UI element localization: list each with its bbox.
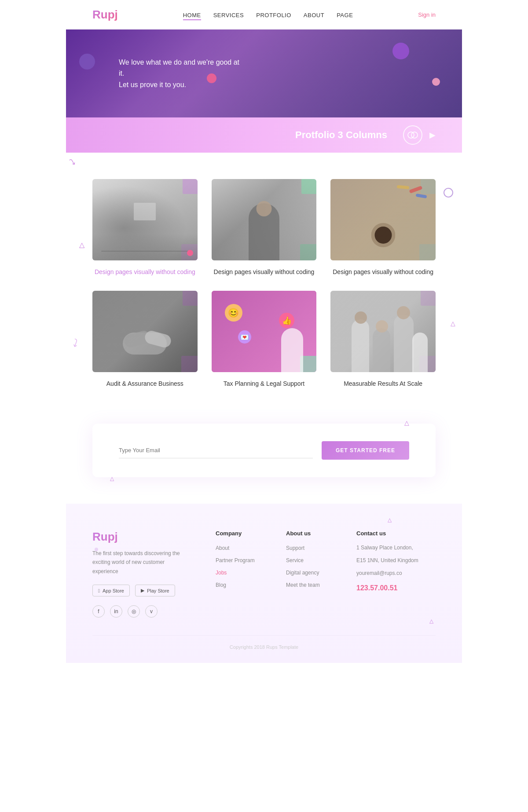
footer-email: youremail@rups.co xyxy=(356,569,436,578)
copyright-text: Copyrights 2018 Rups Template xyxy=(230,644,298,650)
navbar-logo[interactable]: Rupj xyxy=(92,8,118,22)
portfolio-image-5: 😊 👍 💌 xyxy=(212,291,317,372)
hero-text: We love what we do and we're good at it.… xyxy=(66,57,242,91)
footer-contact-title: Contact us xyxy=(356,530,436,537)
portfolio-label-2: Design pages visually without coding xyxy=(212,267,317,277)
footer-col-brand: Rupj The first step towards discovering … xyxy=(92,530,198,618)
portfolio-image-3 xyxy=(330,179,436,260)
nav-about[interactable]: ABOUT xyxy=(304,12,324,18)
footer-address-1: 1 Salway Place London, xyxy=(356,544,436,552)
app-store-label: App Store xyxy=(103,588,124,593)
navbar-links: HOME SERVICES PROTFOLIO ABOUT PAGE xyxy=(183,11,353,19)
footer-phone: 123.57.00.51 xyxy=(356,582,436,594)
footer-link-team[interactable]: Meet the team xyxy=(286,582,320,588)
nav-page[interactable]: PAGE xyxy=(337,12,353,18)
email-box: △ △ GET STARTED FREE xyxy=(92,424,436,477)
footer-link-about[interactable]: About xyxy=(216,545,229,551)
footer: △ △ Rupj The first step towards discover… xyxy=(66,504,462,663)
deco-arrow-email-2: △ xyxy=(110,475,114,482)
nav-portfolio[interactable]: PROTFOLIO xyxy=(256,12,291,18)
signin-link[interactable]: Sign in xyxy=(418,11,436,18)
footer-description: The first step towards discovering the e… xyxy=(92,549,180,576)
portfolio-image-4 xyxy=(92,291,198,372)
portfolio-label-1: Design pages visually without coding xyxy=(92,267,198,277)
hero-line2: Let us prove it to you. xyxy=(119,79,242,91)
nav-services[interactable]: SERVICES xyxy=(213,12,244,18)
social-facebook[interactable]: f xyxy=(92,605,105,618)
portfolio-item-1[interactable]: Design pages visually without coding xyxy=(92,179,198,277)
social-instagram[interactable]: ◎ xyxy=(128,605,140,618)
play-store-button[interactable]: ▶ Play Store xyxy=(135,585,175,596)
footer-apps:  App Store ▶ Play Store xyxy=(92,585,198,596)
portfolio-grid: Design pages visually without coding Des… xyxy=(92,179,436,388)
footer-logo: Rupj xyxy=(92,530,198,544)
portfolio-label-6: Measurable Results At Scale xyxy=(330,379,436,388)
nav-home[interactable]: HOME xyxy=(183,12,201,20)
portfolio-image-6 xyxy=(330,291,436,372)
deco-triangle-2: △ xyxy=(451,320,455,327)
portfolio-label-5: Tax Planning & Legal Support xyxy=(212,379,317,388)
deco-footer-dot xyxy=(95,548,98,551)
portfolio-banner: Protfolio 3 Columns ▶ xyxy=(66,117,462,153)
svg-point-1 xyxy=(411,132,418,138)
svg-point-0 xyxy=(408,132,414,138)
deco-circle-outline xyxy=(444,188,453,198)
footer-col-about: About us Support Service Digital agency … xyxy=(286,530,339,618)
portfolio-banner-title: Protfolio 3 Columns xyxy=(92,129,396,141)
footer-link-digital[interactable]: Digital agency xyxy=(286,570,319,576)
portfolio-image-1 xyxy=(92,179,198,260)
portfolio-section: ⤵ △ ⤵ △ Design pages visually without co… xyxy=(66,153,462,415)
footer-link-blog[interactable]: Blog xyxy=(216,582,226,588)
social-vimeo[interactable]: v xyxy=(145,605,158,618)
play-store-label: Play Store xyxy=(147,588,169,593)
footer-link-service[interactable]: Service xyxy=(286,557,304,563)
deco-triangle-1: △ xyxy=(79,241,84,249)
portfolio-item-6[interactable]: Measurable Results At Scale xyxy=(330,291,436,388)
footer-company-title: Company xyxy=(216,530,268,537)
hero-section: We love what we do and we're good at it.… xyxy=(66,29,462,117)
footer-social-links: f in ◎ v xyxy=(92,605,198,618)
footer-col-company: Company About Partner Program Jobs Blog xyxy=(216,530,268,618)
deco-arrow-email: △ xyxy=(404,419,409,426)
footer-link-partner[interactable]: Partner Program xyxy=(216,557,255,563)
get-started-button[interactable]: GET STARTED FREE xyxy=(322,441,409,460)
social-linkedin[interactable]: in xyxy=(110,605,122,618)
portfolio-item-5[interactable]: 😊 👍 💌 Tax Planning & Legal Support xyxy=(212,291,317,388)
portfolio-item-3[interactable]: Design pages visually without coding xyxy=(330,179,436,277)
hero-line1: We love what we do and we're good at it. xyxy=(119,57,242,79)
footer-company-links: About Partner Program Jobs Blog xyxy=(216,544,268,589)
footer-col-contact: Contact us 1 Salway Place London, E15 1N… xyxy=(356,530,436,618)
footer-address-2: E15 1NN, United Kingdom xyxy=(356,556,436,565)
deco-squiggle-1: ⤵ xyxy=(68,157,77,168)
deco-footer-1: △ xyxy=(388,517,392,523)
footer-link-support[interactable]: Support xyxy=(286,545,304,551)
footer-about-title: About us xyxy=(286,530,339,537)
portfolio-image-2 xyxy=(212,179,317,260)
navbar: Rupj HOME SERVICES PROTFOLIO ABOUT PAGE … xyxy=(66,0,462,29)
portfolio-banner-arrow[interactable]: ▶ xyxy=(429,130,436,140)
portfolio-item-2[interactable]: Design pages visually without coding xyxy=(212,179,317,277)
play-icon: ▶ xyxy=(141,588,144,593)
footer-grid: Rupj The first step towards discovering … xyxy=(92,530,436,618)
app-store-button[interactable]:  App Store xyxy=(92,585,130,596)
portfolio-label-3: Design pages visually without coding xyxy=(330,267,436,277)
portfolio-label-4: Audit & Assurance Business xyxy=(92,379,198,388)
footer-copyright: Copyrights 2018 Rups Template xyxy=(92,635,436,650)
deco-footer-2: △ xyxy=(429,618,433,624)
email-input[interactable] xyxy=(119,443,313,458)
deco-squiggle-2: ⤵ xyxy=(71,337,80,350)
portfolio-banner-icon xyxy=(403,125,422,145)
footer-link-jobs[interactable]: Jobs xyxy=(216,570,227,576)
portfolio-item-4[interactable]: Audit & Assurance Business xyxy=(92,291,198,388)
apple-icon:  xyxy=(98,588,100,593)
footer-about-links: Support Service Digital agency Meet the … xyxy=(286,544,339,589)
email-section: △ △ GET STARTED FREE xyxy=(66,415,462,504)
